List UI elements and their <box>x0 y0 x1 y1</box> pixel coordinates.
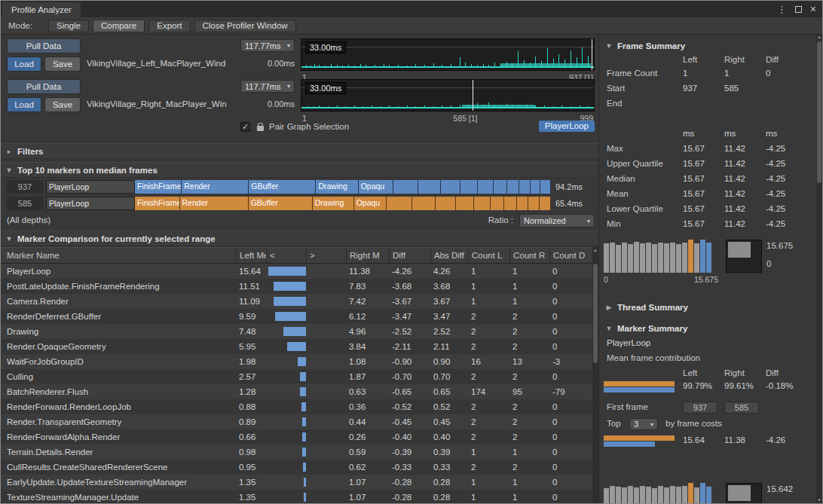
comparison-table-row[interactable]: Render.OpaqueGeometry5.953.84-2.112.1122… <box>1 339 592 354</box>
comparison-table-row[interactable]: PlayerLoop15.6411.38-4.264.26110 <box>1 264 592 279</box>
column-header-left-median[interactable]: Left Me <box>236 248 266 263</box>
top10-marker-segment[interactable]: PlayerLoop <box>46 197 135 210</box>
comparison-table-row[interactable]: CullResults.CreateSharedRendererScene0.9… <box>1 460 592 475</box>
marker-comparison-header[interactable]: ▼ Marker Comparison for currently select… <box>1 231 598 246</box>
close-icon[interactable]: × <box>810 4 816 14</box>
selected-frame-marker[interactable] <box>592 39 592 70</box>
marker-summary-header[interactable]: ▼ Marker Summary <box>605 324 687 333</box>
top10-marker-segment[interactable]: Render <box>182 180 249 194</box>
column-header-count-left[interactable]: Count L <box>468 248 509 263</box>
close-profiler-window-button[interactable]: Close Profiler Window <box>194 20 296 32</box>
comparison-table-row[interactable]: RenderDeferred.GBuffer9.596.12-3.473.472… <box>1 309 592 324</box>
column-header-count-diff[interactable]: Count D <box>549 248 592 263</box>
kebab-menu-icon[interactable]: ⋮ <box>777 5 787 14</box>
comparison-table-row[interactable]: RenderForward.RenderLoopJob0.880.36-0.52… <box>1 399 592 414</box>
table-scrollbar[interactable]: ▲ <box>592 247 598 503</box>
comparison-table-row[interactable]: Culling2.571.87-0.700.70220 <box>1 369 592 384</box>
frame-time-graph-left[interactable]: 33.00ms <box>301 38 595 71</box>
thread-summary-header[interactable]: ▶ Thread Summary <box>605 303 688 312</box>
range-max-dropdown-right[interactable]: 117.77ms ▾ <box>240 80 295 93</box>
column-header-count-right[interactable]: Count R <box>509 248 549 263</box>
pull-data-button-right[interactable]: Pull Data <box>7 79 81 94</box>
pair-graph-selection-checkbox[interactable]: ✓ <box>240 122 250 132</box>
comparison-table-row[interactable]: PostLateUpdate.FinishFrameRendering11.51… <box>1 279 592 294</box>
selected-frame-marker[interactable] <box>473 80 473 111</box>
scroll-up-icon[interactable]: ▲ <box>816 35 822 39</box>
selected-marker-chip[interactable]: PlayerLoop <box>539 121 595 132</box>
top10-marker-segment[interactable] <box>507 180 519 194</box>
column-header-right-bar[interactable]: > <box>306 248 346 263</box>
top10-marker-segment[interactable] <box>393 180 419 194</box>
top10-marker-segment[interactable] <box>519 180 531 194</box>
mode-single-button[interactable]: Single <box>48 20 89 32</box>
lock-icon[interactable] <box>257 126 264 131</box>
top10-marker-segment[interactable]: Drawing <box>313 197 354 210</box>
top10-marker-segment[interactable]: Drawing <box>316 180 358 194</box>
load-button-left[interactable]: Load <box>7 57 41 72</box>
comparison-table-row[interactable]: EarlyUpdate.UpdateTextureStreamingManage… <box>1 475 592 490</box>
top10-marker-segment[interactable] <box>460 180 478 194</box>
pull-data-button-left[interactable]: Pull Data <box>7 38 81 53</box>
first-frame-right-button[interactable]: 585 <box>724 402 759 414</box>
maximize-icon[interactable] <box>795 6 802 13</box>
top10-marker-segment[interactable]: GBuffer <box>249 180 316 194</box>
frame-time-graph-right[interactable]: 33.00ms <box>301 79 595 111</box>
frame-summary-histogram[interactable] <box>604 240 718 273</box>
load-button-right[interactable]: Load <box>7 97 41 112</box>
comparison-table-row[interactable]: Drawing7.484.96-2.522.52220 <box>1 324 592 339</box>
column-header-abs-diff[interactable]: Abs Diff <box>430 248 468 263</box>
scrollbar-thumb[interactable] <box>817 41 821 183</box>
save-button-left[interactable]: Save <box>44 57 81 72</box>
top10-marker-segment[interactable] <box>531 180 540 194</box>
column-header-right-median[interactable]: Right M <box>346 248 389 263</box>
column-header-diff[interactable]: Diff <box>389 248 430 263</box>
top10-marker-segment[interactable] <box>494 180 507 194</box>
scroll-up-icon[interactable]: ▲ <box>592 248 598 252</box>
top10-marker-segment[interactable]: Render <box>180 197 249 210</box>
top10-header[interactable]: ▼ Top 10 markers on median frames <box>1 162 598 178</box>
mode-compare-button[interactable]: Compare <box>93 20 145 32</box>
export-button[interactable]: Export <box>148 20 190 32</box>
marker-summary-histogram[interactable] <box>604 483 718 504</box>
top10-marker-segment[interactable] <box>418 180 440 194</box>
top10-marker-segment[interactable] <box>491 197 505 210</box>
comparison-table-row[interactable]: TextureStreamingManager.Update1.351.07-0… <box>1 490 592 503</box>
top10-marker-segment[interactable] <box>474 197 490 210</box>
panel-scrollbar[interactable]: ▲ ▼ <box>816 34 822 503</box>
comparison-table-row[interactable]: RenderForwardAlpha.Render0.660.26-0.400.… <box>1 429 592 444</box>
comparison-table-row[interactable]: Terrain.Details.Render0.980.59-0.390.391… <box>1 444 592 460</box>
top10-marker-segment[interactable]: Opaqu <box>354 197 387 210</box>
ratio-dropdown[interactable]: Normalized ▾ <box>519 214 595 228</box>
top10-marker-segment[interactable]: FinishFrameR <box>135 197 180 210</box>
first-frame-left-button[interactable]: 937 <box>683 402 717 414</box>
comparison-table-row[interactable]: BatchRenderer.Flush1.280.63-0.650.651749… <box>1 384 592 399</box>
range-max-dropdown-left[interactable]: 117.77ms ▾ <box>240 39 295 52</box>
top10-marker-segment[interactable]: FinishFrameR <box>135 180 182 194</box>
filters-header[interactable]: ▸ Filters <box>1 143 598 159</box>
top10-marker-segment[interactable] <box>540 197 551 210</box>
top10-marker-segment[interactable] <box>540 180 550 194</box>
comparison-table-row[interactable]: WaitForJobGroupID1.981.08-0.900.901613-3 <box>1 354 592 369</box>
top10-marker-segment[interactable] <box>412 197 436 210</box>
top10-marker-segment[interactable]: PlayerLoop <box>46 180 135 194</box>
top10-marker-segment[interactable] <box>478 180 494 194</box>
frame-summary-header[interactable]: ▼ Frame Summary <box>605 41 685 50</box>
top10-marker-segment[interactable] <box>456 197 474 210</box>
top10-marker-segment[interactable] <box>387 197 413 210</box>
scrollbar-thumb[interactable] <box>593 264 598 363</box>
window-tab[interactable]: Profile Analyzer <box>2 2 81 17</box>
column-header-left-bar[interactable]: < <box>266 248 306 263</box>
comparison-table-row[interactable]: Render.TransparentGeometry0.890.44-0.450… <box>1 414 592 429</box>
top10-marker-segment[interactable] <box>517 197 528 210</box>
top10-marker-segment[interactable] <box>441 180 460 194</box>
top-n-dropdown[interactable]: 3 ▾ <box>629 418 658 430</box>
column-header-marker-name[interactable]: Marker Name <box>1 248 236 263</box>
scroll-down-icon[interactable]: ▼ <box>816 498 822 502</box>
top10-marker-segment[interactable]: Opaqu <box>359 180 393 194</box>
comparison-table-row[interactable]: Camera.Render11.097.42-3.673.67110 <box>1 294 592 309</box>
save-button-right[interactable]: Save <box>44 97 81 112</box>
top10-marker-segment[interactable] <box>436 197 456 210</box>
top10-marker-segment[interactable] <box>504 197 517 210</box>
top10-marker-segment[interactable]: GBuffer <box>249 197 313 210</box>
top10-marker-segment[interactable] <box>528 197 540 210</box>
